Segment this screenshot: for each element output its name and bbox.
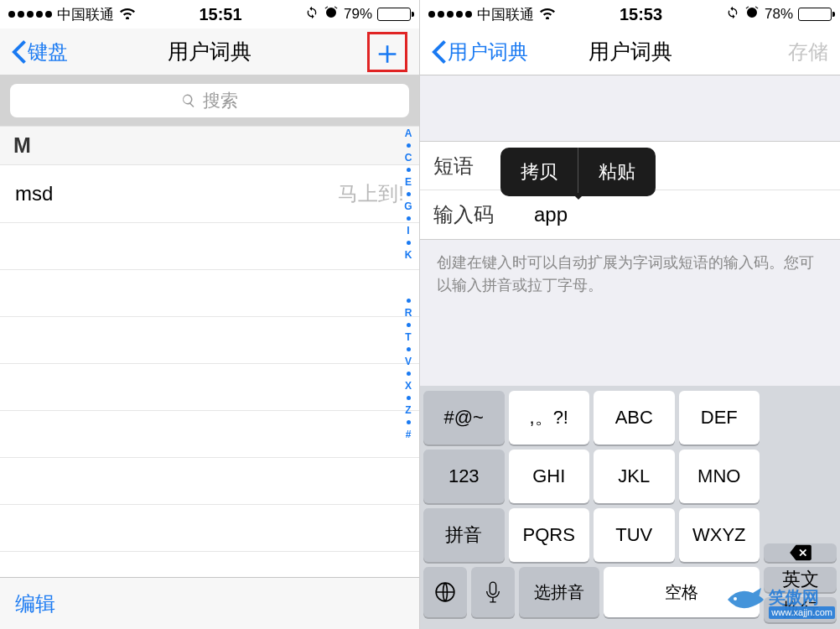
key-mno[interactable]: MNO xyxy=(679,450,760,503)
key-wxyz[interactable]: WXYZ xyxy=(679,508,760,562)
context-menu: 拷贝 粘贴 xyxy=(500,148,656,196)
copy-menu-item[interactable]: 拷贝 xyxy=(500,148,578,196)
battery-percent: 79% xyxy=(344,6,372,23)
alarm-icon xyxy=(324,5,339,24)
page-title: 用户词典 xyxy=(168,38,251,65)
back-label: 用户词典 xyxy=(448,39,528,65)
add-button-highlight: ＋ xyxy=(367,32,407,72)
list-row xyxy=(0,411,419,458)
magnify-icon xyxy=(181,93,196,108)
key-mic[interactable] xyxy=(471,567,515,617)
key-tuv[interactable]: TUV xyxy=(594,508,675,562)
clock-label: 15:53 xyxy=(620,5,662,24)
status-bar: 中国联通 15:51 79% xyxy=(0,0,419,29)
key-jkl[interactable]: JKL xyxy=(594,450,675,503)
clock-label: 15:51 xyxy=(199,5,241,24)
battery-percent: 78% xyxy=(765,6,793,23)
screen-dictionary-list: 中国联通 15:51 79% 键盘 用户词典 ＋ xyxy=(0,0,420,629)
helper-text: 创建在键入时可以自动扩展为字词或短语的输入码。您可以输入拼音或拉丁字母。 xyxy=(420,240,840,309)
signal-dots-icon xyxy=(428,11,472,18)
status-bar: 中国联通 15:53 78% xyxy=(420,0,840,29)
key-ghi[interactable]: GHI xyxy=(509,450,590,503)
wifi-icon xyxy=(119,6,136,23)
carrier-label: 中国联通 xyxy=(57,5,114,24)
list-row xyxy=(0,270,419,317)
list-row xyxy=(0,458,419,505)
backspace-icon xyxy=(788,543,813,562)
battery-icon xyxy=(798,8,832,21)
entry-phrase: 马上到! xyxy=(338,180,404,207)
search-placeholder: 搜索 xyxy=(203,89,238,112)
list-row xyxy=(0,317,419,364)
signal-dots-icon xyxy=(8,11,52,18)
globe-icon xyxy=(434,581,456,603)
nav-bar: 键盘 用户词典 ＋ xyxy=(0,29,419,75)
screen-dictionary-add: 中国联通 15:53 78% 用户词典 用户词典 存储 拷贝 粘 xyxy=(420,0,840,629)
key-delete[interactable] xyxy=(764,543,837,562)
list-row xyxy=(0,505,419,552)
key-123[interactable]: 123 xyxy=(423,450,505,503)
loop-icon xyxy=(305,6,319,23)
dictionary-list: M msd 马上到! A C E G I K R T xyxy=(0,126,419,577)
page-title: 用户词典 xyxy=(589,38,672,65)
mic-icon xyxy=(484,580,502,604)
entry-code: msd xyxy=(15,182,53,205)
back-label: 键盘 xyxy=(28,39,68,65)
list-row xyxy=(0,223,419,270)
code-field[interactable]: 输入码 app xyxy=(420,190,840,239)
list-row xyxy=(0,364,419,411)
svg-point-2 xyxy=(734,597,737,600)
battery-icon xyxy=(377,8,411,21)
search-container: 搜索 xyxy=(0,75,419,126)
index-bar[interactable]: A C E G I K R T V X Z # xyxy=(401,126,416,577)
key-symbols[interactable]: #@~ xyxy=(423,391,505,444)
key-globe[interactable] xyxy=(423,567,467,617)
loop-icon xyxy=(726,6,739,23)
add-button[interactable]: ＋ xyxy=(371,39,404,65)
key-punct[interactable]: ,。?! xyxy=(509,391,590,444)
key-pqrs[interactable]: PQRS xyxy=(509,508,590,562)
edit-button[interactable]: 编辑 xyxy=(15,590,55,617)
dictionary-entry[interactable]: msd 马上到! xyxy=(0,165,419,223)
svg-rect-1 xyxy=(490,582,495,595)
code-value: app xyxy=(534,203,568,226)
search-input[interactable]: 搜索 xyxy=(10,84,409,117)
code-label: 输入码 xyxy=(433,201,534,228)
back-button[interactable]: 用户词典 xyxy=(432,39,528,65)
save-button[interactable]: 存储 xyxy=(788,39,828,65)
wifi-icon xyxy=(539,6,556,23)
bottom-toolbar: 编辑 xyxy=(0,577,419,629)
watermark-name: 笑傲网 xyxy=(769,588,835,606)
watermark: 笑傲网 www.xajjn.com xyxy=(723,583,835,624)
key-abc[interactable]: ABC xyxy=(594,391,675,444)
key-pinyin[interactable]: 拼音 xyxy=(423,508,505,562)
nav-bar: 用户词典 用户词典 存储 xyxy=(420,29,840,75)
carrier-label: 中国联通 xyxy=(477,5,534,24)
key-select-pinyin[interactable]: 选拼音 xyxy=(519,567,600,617)
section-header: M xyxy=(0,126,419,165)
paste-menu-item[interactable]: 粘贴 xyxy=(578,148,656,196)
alarm-icon xyxy=(744,5,760,24)
back-button[interactable]: 键盘 xyxy=(12,39,68,65)
fish-icon xyxy=(723,583,765,624)
watermark-url: www.xajjn.com xyxy=(769,606,835,618)
key-def[interactable]: DEF xyxy=(679,391,760,444)
